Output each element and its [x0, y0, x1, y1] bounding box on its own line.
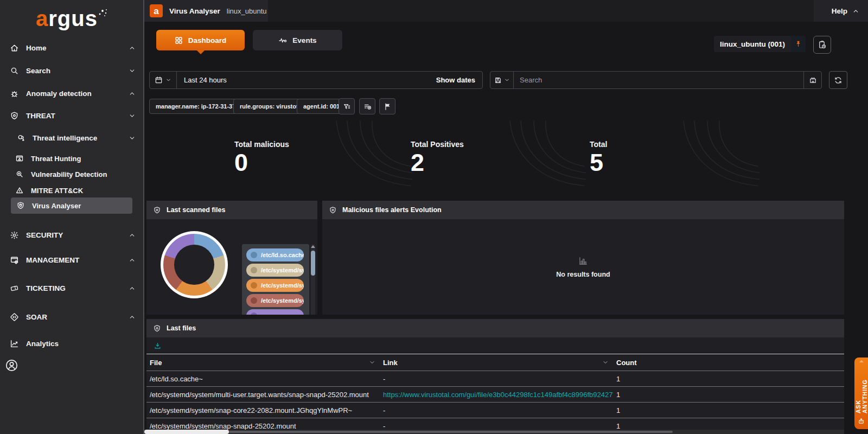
stat-total-positives: Total Positives 2 — [411, 140, 530, 175]
tab-events[interactable]: Events — [253, 30, 342, 50]
legend-label: /etc/systemd/system — [261, 282, 304, 289]
tab-dashboard[interactable]: Dashboard — [156, 30, 245, 50]
legend-dot — [251, 267, 257, 273]
flag-button[interactable] — [379, 98, 395, 114]
saved-queries-button[interactable] — [490, 72, 514, 88]
chevron-up-icon — [129, 232, 136, 239]
scrollbar-thumb[interactable] — [311, 251, 315, 276]
link-cell: - — [380, 406, 613, 414]
legend-label: /etc/systemd/system — [261, 297, 304, 304]
refresh-button[interactable] — [829, 71, 847, 89]
sidebar-item-label: Threat Hunting — [31, 155, 81, 163]
count-cell: 1 — [613, 391, 844, 399]
sidebar-item-label: SOAR — [26, 313, 47, 321]
calendar-dropdown-button[interactable] — [150, 72, 177, 88]
sidebar-item-mitre-attack[interactable]: MITRE ATT&CK — [0, 182, 143, 199]
search-input[interactable] — [514, 72, 803, 88]
sidebar-item-security[interactable]: SECURITY — [0, 227, 143, 243]
shield-virus-icon — [153, 206, 161, 214]
chevron-down-icon — [369, 359, 375, 366]
horizontal-scrollbar[interactable] — [144, 430, 844, 434]
panel-title: Last scanned files — [167, 206, 225, 214]
table-row: /etc/ld.so.cache~ - 1 — [146, 371, 844, 387]
legend-dot — [251, 312, 257, 315]
sidebar-item-label: Vulnerability Detection — [31, 170, 107, 178]
stat-total-malicious: Total malicious 0 — [234, 140, 354, 175]
legend-item[interactable]: /etc/ld.so.cache~ — [246, 248, 304, 261]
time-range-value[interactable]: Last 24 hours — [177, 76, 227, 84]
sidebar-item-label: Analytics — [26, 340, 59, 348]
sidebar-item-ticketing[interactable]: TICKETING — [0, 280, 143, 296]
legend-item[interactable] — [246, 309, 304, 315]
gear-burst-icon — [10, 231, 19, 240]
filter-pill-label: agent.id: 001 — [303, 103, 340, 110]
pin-button[interactable] — [791, 36, 806, 52]
sidebar-item-search[interactable]: Search — [0, 62, 143, 79]
search-icon — [10, 66, 19, 75]
search-bar — [490, 71, 822, 89]
legend-dot — [251, 252, 257, 258]
donut-chart[interactable] — [161, 231, 228, 298]
filter-options-button[interactable] — [339, 98, 355, 114]
home-icon — [10, 43, 19, 53]
time-range-picker: Last 24 hours Show dates — [149, 71, 483, 89]
chevron-down-icon — [504, 77, 510, 83]
chevron-down-icon — [129, 135, 136, 142]
sidebar-item-home[interactable]: Home — [0, 40, 143, 56]
column-header-link[interactable]: Link — [380, 359, 613, 367]
legend-label: /etc/ld.so.cache~ — [261, 252, 304, 258]
empty-chart-icon — [578, 256, 588, 266]
agent-selector[interactable]: linux_ubuntu (001) — [714, 36, 806, 52]
panel-body: No results found — [322, 219, 844, 315]
help-menu[interactable]: Help — [814, 0, 868, 22]
shield-icon — [10, 111, 19, 120]
sidebar-item-label: MITRE ATT&CK — [31, 187, 83, 195]
virus-analyser-dashboard: argus Home Search Anomaly detection THRE… — [0, 0, 868, 434]
sidebar-item-anomaly-detection[interactable]: Anomaly detection — [0, 85, 143, 101]
file-cell: /etc/systemd/system/multi-user.target.wa… — [146, 391, 380, 399]
sidebar-item-label: Search — [26, 67, 50, 75]
query-language-button[interactable] — [803, 72, 821, 88]
flag-icon — [384, 103, 392, 111]
breadcrumb[interactable]: a Virus Analyser linux_ubuntu — [144, 0, 268, 22]
sidebar-divider — [143, 0, 144, 434]
table-toolbar — [146, 337, 844, 354]
user-avatar[interactable] — [5, 359, 18, 372]
panel-title: Malicious files alerts Evolution — [342, 206, 442, 214]
argus-logo: argus — [0, 4, 143, 33]
legend-item[interactable]: /etc/systemd/system — [246, 279, 304, 292]
sidebar-item-management[interactable]: MANAGEMENT — [0, 252, 143, 268]
legend-item[interactable]: /etc/systemd/system — [246, 264, 304, 277]
sidebar-item-vulnerability-detection[interactable]: Vulnerability Detection — [0, 166, 143, 182]
sidebar-item-threat-hunting[interactable]: Threat Hunting — [0, 150, 143, 167]
sidebar-item-soar[interactable]: SOAR — [0, 309, 143, 325]
stat-value: 2 — [411, 150, 530, 175]
chevron-down-icon — [129, 67, 136, 74]
download-csv-icon[interactable] — [154, 342, 162, 350]
funnel-icon — [343, 103, 351, 111]
scrollbar-thumb[interactable] — [144, 430, 229, 434]
add-filter-button[interactable] — [359, 98, 375, 114]
sidebar-item-threat-intelligence[interactable]: Threat intelligence — [0, 130, 143, 146]
scroll-up-arrow[interactable] — [311, 245, 315, 248]
count-cell: 1 — [613, 422, 844, 430]
logo-letter-a: a — [36, 7, 48, 30]
legend-scrollbar[interactable] — [311, 244, 315, 315]
column-header-count[interactable]: Count — [613, 359, 844, 367]
threat-intelligence-icon — [17, 133, 25, 142]
add-filter-icon — [363, 103, 372, 111]
ask-anything-button[interactable]: ASK ANYTHING — [854, 358, 868, 429]
ticket-icon — [10, 284, 19, 293]
report-button[interactable] — [813, 36, 831, 54]
sidebar-item-virus-analyser[interactable]: Virus Analyser — [11, 197, 132, 214]
top-navbar: a Virus Analyser linux_ubuntu Help — [144, 0, 868, 22]
sidebar-item-threat[interactable]: THREAT — [0, 107, 143, 124]
panel-last-files: Last files File Link Count /etc/ — [146, 319, 844, 434]
legend-item[interactable]: /etc/systemd/system — [246, 294, 304, 307]
table-row: /etc/systemd/system/snap-core22-2082.mou… — [146, 403, 844, 418]
sidebar-item-analytics[interactable]: Analytics — [0, 335, 143, 352]
show-dates-button[interactable]: Show dates — [436, 76, 482, 84]
column-header-file[interactable]: File — [146, 359, 380, 367]
virustotal-link[interactable]: https://www.virustotal.com/gui/file/e3b0… — [380, 391, 613, 399]
warning-triangle-icon — [15, 186, 24, 195]
